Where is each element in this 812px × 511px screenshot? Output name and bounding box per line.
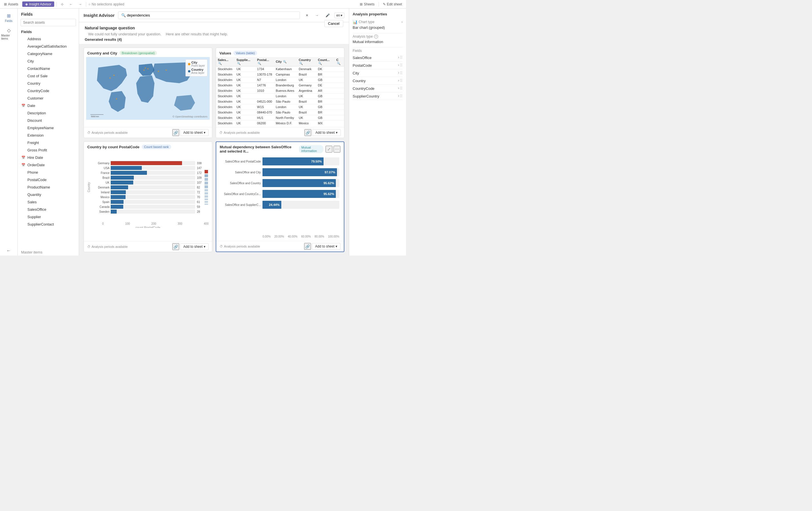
master-items-label[interactable]: Master items — [18, 248, 79, 256]
field-item-description[interactable]: Description — [18, 109, 79, 117]
sidebar-collapse-icon[interactable]: ← — [5, 246, 13, 256]
col-search-icon[interactable]: 🔍 — [283, 60, 286, 63]
field-icon-description — [21, 111, 26, 115]
rp-drag-icon[interactable]: ⠿ — [400, 71, 403, 75]
field-item-extension[interactable]: Extension — [18, 131, 79, 139]
insight-advisor-nav[interactable]: ◈ Insight Advisor — [22, 1, 54, 7]
rp-field-suppliercountry[interactable]: SupplierCountry›⠿ — [353, 92, 403, 100]
col-search-icon[interactable]: 🔍 — [258, 62, 261, 65]
field-item-gross-profit[interactable]: Gross Profit — [18, 146, 79, 154]
lang-badge[interactable]: en ▾ — [335, 12, 344, 18]
field-item-employeename[interactable]: EmployeeName — [18, 124, 79, 131]
field-item-date[interactable]: 📅Date — [18, 102, 79, 109]
map-attribution: © OpenStreetMap contributors — [173, 115, 207, 118]
col-header-supplie[interactable]: Supplie... 🔍 — [235, 57, 255, 66]
field-item-supplier[interactable]: Supplier — [18, 213, 79, 220]
field-item-hire-date[interactable]: 📅Hire Date — [18, 154, 79, 161]
edit-sheet-nav[interactable]: ✎ Edit sheet — [381, 2, 404, 6]
rp-field-chevron-icon: › — [398, 94, 399, 98]
table-container[interactable]: Sales... 🔍Supplie... 🔍Postal... 🔍City 🔍C… — [216, 57, 344, 125]
ia-search-input[interactable] — [127, 13, 297, 18]
rp-drag-icon[interactable]: ⠿ — [400, 55, 403, 60]
rp-field-country[interactable]: Country›⠿ — [353, 77, 403, 85]
field-icon-sales — [21, 200, 26, 204]
cancel-btn[interactable]: Cancel — [324, 20, 343, 27]
chart4-add-to-sheet-btn[interactable]: Add to sheet ▾ — [312, 243, 340, 250]
sheets-nav[interactable]: ⊞ Sheets — [358, 2, 376, 6]
mic-btn[interactable]: 🎤 — [323, 12, 332, 19]
col-header-country[interactable]: Country 🔍 — [297, 57, 316, 66]
col-search-icon[interactable]: 🔍 — [237, 62, 240, 65]
field-label-city: City — [27, 59, 34, 63]
rp-fields-label-text: Fields — [353, 49, 362, 53]
col-header-postal[interactable]: Postal... 🔍 — [255, 57, 274, 66]
submit-search-btn[interactable]: → — [313, 12, 321, 19]
field-item-phone[interactable]: Phone — [18, 169, 79, 176]
chart2-add-to-sheet-btn[interactable]: Add to sheet ▾ — [312, 129, 341, 136]
col-header-sales[interactable]: Sales... 🔍 — [216, 57, 235, 66]
rp-field-postalcode[interactable]: PostalCode›⠿ — [353, 62, 403, 69]
col-search-icon[interactable]: 🔍 — [337, 62, 340, 65]
chart1-add-to-sheet-btn[interactable]: Add to sheet ▾ — [180, 129, 208, 136]
rp-drag-icon[interactable]: ⠿ — [400, 63, 403, 67]
rp-field-countrycode[interactable]: CountryCode›⠿ — [353, 85, 403, 92]
col-header-c[interactable]: C 🔍 — [335, 57, 344, 66]
field-item-productname[interactable]: ProductName — [18, 183, 79, 191]
field-item-postalcode[interactable]: PostalCode — [18, 176, 79, 183]
col-search-icon[interactable]: 🔍 — [299, 62, 303, 65]
field-item-suppliercontact[interactable]: SupplierContact — [18, 220, 79, 228]
field-item-sales[interactable]: Sales — [18, 198, 79, 206]
col-header-count[interactable]: Count... 🔍 — [316, 57, 335, 66]
rp-field-actions: ›⠿ — [398, 71, 403, 75]
field-item-salesoffice[interactable]: SalesOffice — [18, 206, 79, 213]
field-item-city[interactable]: City — [18, 57, 79, 65]
field-item-quantity[interactable]: Quantity — [18, 191, 79, 198]
rp-field-salesoffice[interactable]: SalesOffice›⠿ — [353, 54, 403, 62]
chart1-link-btn[interactable]: 🔗 — [172, 129, 179, 136]
chart4-menu-btn[interactable]: ⋯ — [334, 146, 340, 153]
table-cell — [335, 77, 344, 83]
col-header-city[interactable]: City 🔍 — [274, 57, 297, 66]
rp-field-city[interactable]: City›⠿ — [353, 69, 403, 77]
field-item-cost-of-sale[interactable]: Cost of Sale — [18, 72, 79, 80]
rp-drag-icon[interactable]: ⠿ — [400, 86, 403, 91]
bar-label-uk: UK — [91, 181, 110, 184]
field-item-address[interactable]: Address — [18, 35, 79, 42]
nlq-message: We could not fully understand your quest… — [85, 32, 228, 36]
field-item-countrycode[interactable]: CountryCode — [18, 87, 79, 94]
col-search-icon[interactable]: 🔍 — [218, 62, 222, 65]
chart4-expand-btn[interactable]: ⤢ — [325, 146, 332, 153]
cursor-nav[interactable]: ⊹ — [59, 2, 65, 6]
chart3-add-to-sheet-btn[interactable]: Add to sheet ▾ — [180, 243, 208, 250]
field-item-country[interactable]: Country — [18, 80, 79, 87]
table-cell: Mexico — [297, 121, 316, 126]
mutual-bar-row: SalesOffice and SupplierC...24.44% — [221, 201, 339, 209]
field-item-contactname[interactable]: ContactName — [18, 65, 79, 72]
field-item-discount[interactable]: Discount — [18, 117, 79, 124]
table-cell: 13070-178 — [255, 72, 274, 77]
forward-nav[interactable]: → — [77, 2, 84, 6]
rp-drag-icon[interactable]: ⠿ — [400, 94, 403, 98]
field-item-categoryname[interactable]: CategoryName — [18, 50, 79, 57]
chart2-link-btn[interactable]: 🔗 — [304, 129, 311, 136]
table-cell: Stockholm — [216, 66, 235, 72]
back-nav[interactable]: ← — [68, 2, 75, 6]
field-item-freight[interactable]: Freight — [18, 139, 79, 146]
field-item-averagecallsatisfaction[interactable]: AverageCallSatisfaction — [18, 42, 79, 50]
clear-search-btn[interactable]: ✕ — [303, 12, 311, 19]
col-search-icon[interactable]: 🔍 — [318, 62, 322, 65]
chart4-link-btn[interactable]: 🔗 — [304, 243, 311, 250]
chart3-link-btn[interactable]: 🔗 — [172, 243, 179, 250]
field-item-orderdate[interactable]: 📅OrderDate — [18, 161, 79, 169]
svg-point-2 — [144, 69, 145, 71]
field-label-postalcode: PostalCode — [27, 178, 47, 182]
search-input[interactable] — [21, 19, 76, 26]
field-item-customer[interactable]: Customer — [18, 94, 79, 102]
assets-nav[interactable]: ⊞ Assets — [2, 2, 20, 6]
sidebar-master-icon[interactable]: ◇ Master items — [0, 25, 18, 42]
table-cell: UK — [297, 93, 316, 99]
rp-drag-icon[interactable]: ⠿ — [400, 79, 403, 83]
field-icon-freight — [21, 140, 26, 145]
field-label-sales: Sales — [27, 200, 37, 204]
sidebar-fields-icon[interactable]: ⊞ Fields — [4, 11, 14, 24]
